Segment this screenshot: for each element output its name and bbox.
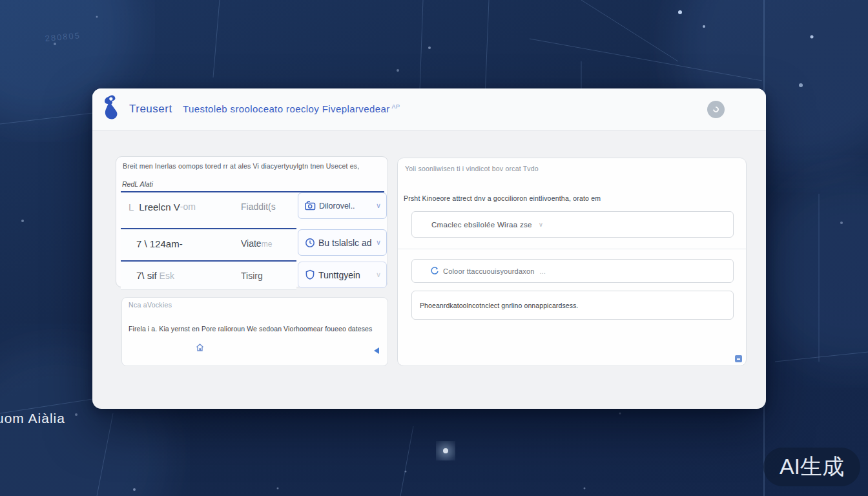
input-ellipsis: ... bbox=[540, 267, 546, 275]
main-dialog: Treusert Tuestoleb srooloceato roecloy F… bbox=[92, 88, 766, 409]
header-nav-superscript: AP bbox=[392, 103, 400, 110]
time-input[interactable]: 7 \ 124am- Viateme bbox=[121, 228, 296, 258]
chevron-down-icon: ∨ bbox=[539, 221, 543, 228]
panel-subtitle: Prsht Kinoeore attrect dnv a goccilioron… bbox=[404, 194, 601, 202]
message-field[interactable]: Phoeanrdkatoolncotnclect gnrlino onnappi… bbox=[411, 291, 734, 320]
input-value: Lreelcn V bbox=[139, 202, 180, 212]
crescent-icon bbox=[712, 105, 720, 114]
tag-input[interactable]: 7\ sif Esk Tisirg bbox=[121, 260, 296, 290]
connect-input[interactable]: Coloor ttaccuouisyourdaxon ... bbox=[411, 259, 734, 283]
help-button[interactable] bbox=[707, 101, 725, 118]
security-dropdown[interactable]: Tunttgyein ∨ bbox=[298, 262, 387, 288]
notes-placeholder: Nca aVockies bbox=[129, 301, 172, 309]
form-row: 7\ sif Esk Tisirg Tunttgyein ∨ bbox=[116, 260, 388, 291]
chevron-down-icon: ∨ bbox=[376, 238, 381, 247]
chevron-down-icon: ∨ bbox=[376, 202, 381, 210]
input-suffix: -om bbox=[180, 202, 196, 212]
status-dropdown[interactable]: Bu tslalslc ad ∨ bbox=[298, 229, 387, 256]
shield-icon bbox=[305, 269, 315, 280]
message-text: Phoeanrdkatoolncotnclect gnrlino onnappi… bbox=[420, 302, 578, 309]
home-icon[interactable] bbox=[195, 343, 205, 352]
ai-generated-badge: AI生成 bbox=[763, 448, 860, 486]
form-intro-text: Breit men Inerlas oomops tored rr at ale… bbox=[123, 162, 382, 170]
category-dropdown[interactable]: Dilorovel.. ∨ bbox=[298, 192, 387, 219]
detail-panel: Yoli soonliwisen ti i vindicot bov orcat… bbox=[397, 158, 747, 366]
section-divider bbox=[398, 249, 747, 249]
refresh-icon bbox=[430, 267, 439, 276]
dialog-header: Treusert Tuestoleb srooloceato roecloy F… bbox=[92, 88, 766, 130]
header-nav-label: Tuestoleb srooloceato roecloy Fiveplarve… bbox=[183, 103, 390, 114]
form-field-label: RedL Alati bbox=[122, 180, 153, 188]
notes-textarea[interactable]: Nca aVockies Firela i a. Kia yernst en P… bbox=[121, 297, 388, 366]
availability-select[interactable]: Cmaclec ebsilolée Wiraa zse ∨ bbox=[411, 211, 734, 238]
row-label: Tisirg bbox=[241, 271, 263, 281]
dropdown-value: Dilorovel.. bbox=[319, 202, 373, 211]
input-value: 7 \ 124am- bbox=[136, 238, 183, 249]
row-label: Fiaddit(s bbox=[241, 202, 276, 212]
input-value: 7\ sif bbox=[136, 270, 157, 281]
chevron-down-icon: ∨ bbox=[376, 271, 381, 279]
panel-title: Yoli soonliwisen ti i vindicot bov orcat… bbox=[405, 165, 539, 172]
input-bracket: L bbox=[129, 202, 134, 212]
send-icon[interactable] bbox=[374, 347, 379, 354]
brand-name: Treusert bbox=[129, 103, 172, 116]
form-panel: Breit men Inerlas oomops tored rr at ale… bbox=[116, 156, 388, 287]
header-nav-link[interactable]: Tuestoleb srooloceato roecloy Fiveplarve… bbox=[183, 103, 400, 114]
resize-handle-icon[interactable] bbox=[735, 355, 742, 362]
form-row: 7 \ 124am- Viateme Bu tslalslc ad ∨ bbox=[116, 228, 388, 259]
dropdown-value: Bu tslalslc ad bbox=[318, 238, 373, 248]
corner-watermark: uom Aiàlia bbox=[0, 411, 65, 426]
form-row: L Lreelcn V -om Fiaddit(s Dilorovel.. ∨ bbox=[116, 191, 388, 222]
input-suffix: Esk bbox=[157, 271, 174, 281]
clock-icon bbox=[305, 238, 315, 248]
brand-logo-icon bbox=[99, 92, 128, 123]
input-value: Coloor ttaccuouisyourdaxon bbox=[443, 267, 535, 275]
row-label: Viateme bbox=[241, 238, 272, 249]
select-value: Cmaclec ebsilolée Wiraa zse bbox=[431, 221, 532, 229]
dropdown-value: Tunttgyein bbox=[318, 270, 373, 280]
camera-icon bbox=[305, 201, 316, 211]
notes-text: Firela i a. Kia yernst en Pore ralioroun… bbox=[129, 325, 384, 333]
